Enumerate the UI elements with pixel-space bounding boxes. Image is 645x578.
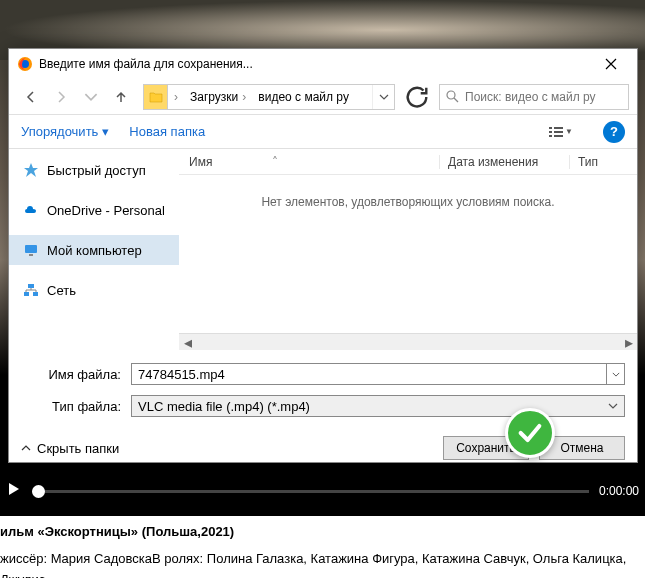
breadcrumb-dropdown[interactable] bbox=[372, 85, 394, 109]
column-type[interactable]: Тип bbox=[569, 155, 637, 169]
chevron-icon bbox=[21, 445, 31, 451]
breadcrumb-segment-folder[interactable]: видео с майл ру bbox=[252, 90, 355, 104]
back-button[interactable] bbox=[17, 83, 45, 111]
sidebar-item-network[interactable]: Сеть bbox=[9, 275, 179, 305]
filetype-label: Тип файла: bbox=[21, 399, 131, 414]
main-area: Быстрый доступ OneDrive - Personal Мой к… bbox=[9, 149, 637, 333]
monitor-icon bbox=[23, 242, 39, 258]
page-content: ильм «Экскортницы» (Польша,2021) жиссёр:… bbox=[0, 516, 645, 578]
breadcrumb-label: Загрузки bbox=[190, 90, 238, 104]
button-label: Отмена bbox=[560, 441, 603, 455]
breadcrumb-segment-downloads[interactable]: Загрузки› bbox=[184, 90, 252, 104]
svg-rect-7 bbox=[549, 135, 552, 137]
svg-rect-10 bbox=[29, 254, 33, 256]
column-name[interactable]: Имя˄ bbox=[179, 155, 439, 169]
sidebar-item-computer[interactable]: Мой компьютер bbox=[9, 235, 179, 265]
network-icon bbox=[23, 282, 39, 298]
svg-point-2 bbox=[447, 91, 455, 99]
filename-label: Имя файла: bbox=[21, 367, 131, 382]
success-checkmark-icon bbox=[505, 408, 555, 458]
sidebar-item-onedrive[interactable]: OneDrive - Personal bbox=[9, 195, 179, 225]
breadcrumb-chevron-icon[interactable]: › bbox=[168, 90, 184, 104]
titlebar: Введите имя файла для сохранения... bbox=[9, 49, 637, 79]
sidebar-item-quick-access[interactable]: Быстрый доступ bbox=[9, 155, 179, 185]
organize-button[interactable]: Упорядочить ▾ bbox=[21, 124, 109, 139]
sidebar-label: OneDrive - Personal bbox=[47, 203, 165, 218]
sidebar-label: Мой компьютер bbox=[47, 243, 142, 258]
progress-knob[interactable] bbox=[32, 485, 45, 498]
svg-rect-5 bbox=[549, 131, 552, 133]
save-file-dialog: Введите имя файла для сохранения... › За… bbox=[8, 48, 638, 463]
file-list-area: Имя˄ Дата изменения Тип Нет элементов, у… bbox=[179, 149, 637, 333]
svg-rect-11 bbox=[28, 284, 34, 288]
filename-input[interactable] bbox=[131, 363, 607, 385]
time-display: 0:00:00 bbox=[599, 484, 639, 498]
hide-folders-toggle[interactable]: Скрыть папки bbox=[21, 441, 119, 456]
folder-icon[interactable] bbox=[144, 85, 168, 109]
forward-button[interactable] bbox=[47, 83, 75, 111]
column-date[interactable]: Дата изменения bbox=[439, 155, 569, 169]
sidebar: Быстрый доступ OneDrive - Personal Мой к… bbox=[9, 149, 179, 333]
bottom-bar: Скрыть папки Сохранить Отмена bbox=[9, 424, 637, 472]
recent-dropdown[interactable] bbox=[77, 83, 105, 111]
sidebar-label: Сеть bbox=[47, 283, 76, 298]
navigation-row: › Загрузки› видео с майл ру bbox=[9, 79, 637, 115]
help-button[interactable]: ? bbox=[603, 121, 625, 143]
video-controls: 0:00:00 bbox=[0, 476, 645, 506]
search-input[interactable] bbox=[465, 90, 622, 104]
search-box[interactable] bbox=[439, 84, 629, 110]
up-button[interactable] bbox=[107, 83, 135, 111]
scroll-left-icon[interactable]: ◂ bbox=[179, 334, 196, 350]
view-options-button[interactable]: ▼ bbox=[539, 120, 583, 144]
firefox-icon bbox=[17, 56, 33, 72]
breadcrumb-label: видео с майл ру bbox=[258, 90, 349, 104]
refresh-button[interactable] bbox=[403, 84, 431, 110]
movie-description-1: жиссёр: Мария СадовскаВ ролях: Полина Га… bbox=[0, 549, 645, 578]
sidebar-label: Быстрый доступ bbox=[47, 163, 146, 178]
cloud-icon bbox=[23, 202, 39, 218]
horizontal-scrollbar[interactable]: ◂ ▸ bbox=[179, 333, 637, 350]
svg-rect-9 bbox=[25, 245, 37, 253]
column-label: Имя bbox=[189, 155, 212, 169]
movie-title: ильм «Экскортницы» (Польша,2021) bbox=[0, 522, 645, 543]
svg-rect-3 bbox=[549, 127, 552, 129]
toolbar: Упорядочить ▾ Новая папка ▼ ? bbox=[9, 115, 637, 149]
filename-dropdown[interactable] bbox=[607, 363, 625, 385]
svg-rect-6 bbox=[554, 131, 563, 133]
empty-message: Нет элементов, удовлетворяющих условиям … bbox=[179, 175, 637, 333]
form-area: Имя файла: Тип файла: VLC media file (.m… bbox=[9, 350, 637, 420]
play-button[interactable] bbox=[6, 481, 22, 501]
new-folder-button[interactable]: Новая папка bbox=[129, 124, 205, 139]
hide-folders-label: Скрыть папки bbox=[37, 441, 119, 456]
sort-indicator-icon: ˄ bbox=[272, 155, 278, 169]
search-icon bbox=[446, 90, 459, 103]
column-headers: Имя˄ Дата изменения Тип bbox=[179, 149, 637, 175]
list-icon bbox=[549, 127, 563, 137]
scroll-right-icon[interactable]: ▸ bbox=[620, 334, 637, 350]
filetype-dropdown[interactable]: VLC media file (.mp4) (*.mp4) bbox=[131, 395, 625, 417]
svg-rect-13 bbox=[33, 292, 38, 296]
svg-rect-8 bbox=[554, 135, 563, 137]
progress-bar[interactable] bbox=[32, 490, 589, 493]
filetype-value: VLC media file (.mp4) (*.mp4) bbox=[138, 399, 310, 414]
star-icon bbox=[23, 162, 39, 178]
svg-rect-4 bbox=[554, 127, 563, 129]
breadcrumb[interactable]: › Загрузки› видео с майл ру bbox=[143, 84, 395, 110]
close-button[interactable] bbox=[593, 50, 629, 78]
svg-rect-12 bbox=[24, 292, 29, 296]
chevron-down-icon bbox=[608, 403, 618, 409]
dialog-title: Введите имя файла для сохранения... bbox=[39, 57, 593, 71]
organize-label: Упорядочить bbox=[21, 124, 98, 139]
